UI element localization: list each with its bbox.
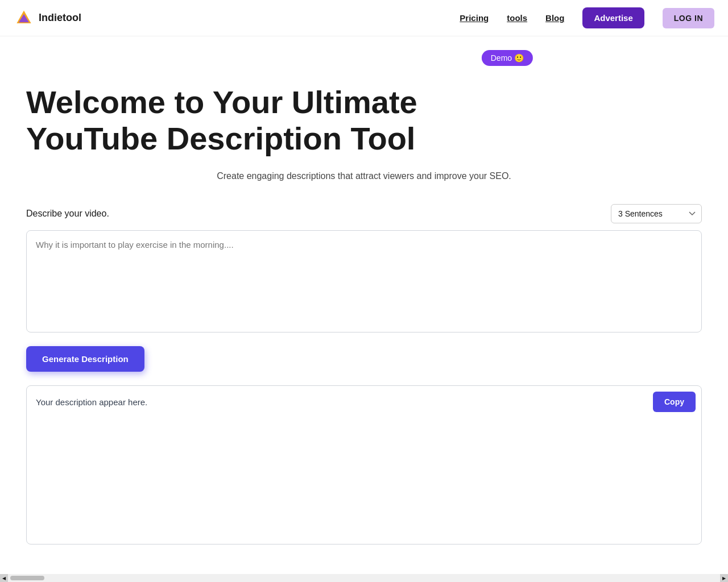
scrollbar-thumb[interactable] [10, 576, 44, 580]
demo-badge-wrapper: Demo 🙂 [26, 50, 702, 75]
nav-blog[interactable]: Blog [545, 13, 564, 23]
hero-title: Welcome to Your Ultimate YouTube Descrip… [26, 84, 549, 157]
login-button[interactable]: LOG IN [663, 8, 714, 28]
brand-name: Indietool [39, 12, 81, 24]
main-content: Demo 🙂 Welcome to Your Ultimate YouTube … [17, 36, 711, 544]
brand-logo-icon [14, 8, 34, 28]
generate-button[interactable]: Generate Description [26, 346, 144, 372]
video-description-input[interactable] [26, 230, 702, 332]
demo-badge: Demo 🙂 [482, 50, 533, 66]
tool-header: Describe your video. 1 Sentence 2 Senten… [26, 204, 702, 223]
output-text: Your description appear here. [36, 395, 692, 407]
sentences-select[interactable]: 1 Sentence 2 Sentences 3 Sentences 4 Sen… [611, 204, 702, 223]
brand-link[interactable]: Indietool [14, 8, 81, 28]
scroll-right-arrow[interactable]: ▶ [720, 574, 728, 582]
horizontal-scrollbar[interactable]: ◀ ▶ [0, 574, 728, 582]
tool-label: Describe your video. [26, 209, 109, 219]
nav-pricing[interactable]: Pricing [460, 13, 489, 23]
hero-subtitle: Create engaging descriptions that attrac… [26, 171, 702, 181]
copy-button[interactable]: Copy [653, 392, 696, 412]
nav-links: Pricing tools Blog Advertise [460, 7, 644, 28]
nav-tools[interactable]: tools [507, 13, 527, 23]
scroll-left-arrow[interactable]: ◀ [0, 574, 8, 582]
output-section: Copy Your description appear here. [26, 385, 702, 544]
navbar: Indietool Pricing tools Blog Advertise L… [0, 0, 728, 36]
advertise-button[interactable]: Advertise [582, 7, 644, 28]
tool-section: Describe your video. 1 Sentence 2 Senten… [26, 204, 702, 544]
